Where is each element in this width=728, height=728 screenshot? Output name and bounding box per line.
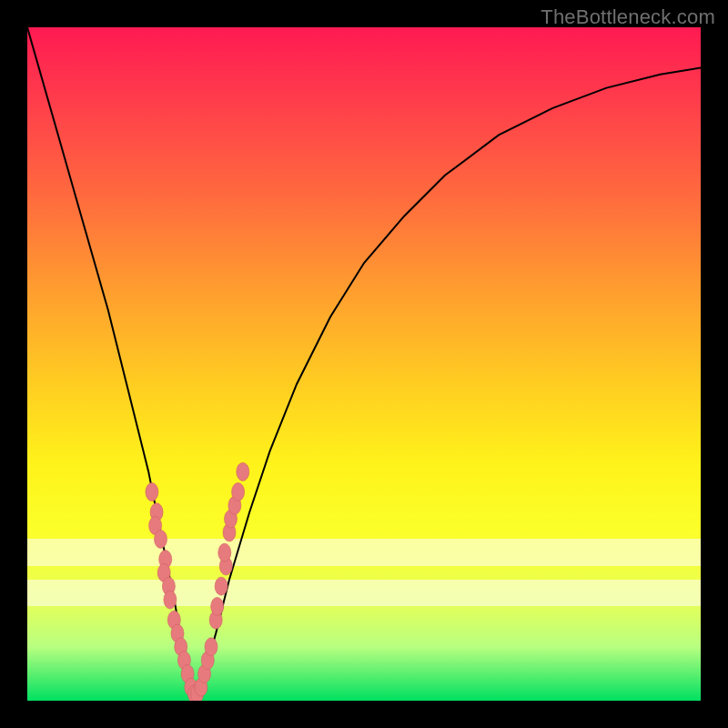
bottleneck-curve-path	[27, 27, 701, 701]
sample-dot	[237, 462, 249, 480]
plot-area	[27, 27, 701, 701]
chart-svg	[27, 27, 701, 701]
sample-dot	[205, 638, 217, 656]
sample-dot	[155, 530, 167, 548]
sample-dot	[164, 591, 177, 609]
sample-dot	[232, 483, 245, 501]
sample-dots-group	[146, 462, 249, 701]
sample-dot	[211, 597, 224, 615]
chart-stage: TheBottleneck.com	[0, 0, 728, 728]
sample-dot	[218, 543, 231, 561]
sample-dot	[146, 483, 158, 501]
watermark-text: TheBottleneck.com	[541, 5, 715, 29]
sample-dot	[215, 577, 228, 595]
